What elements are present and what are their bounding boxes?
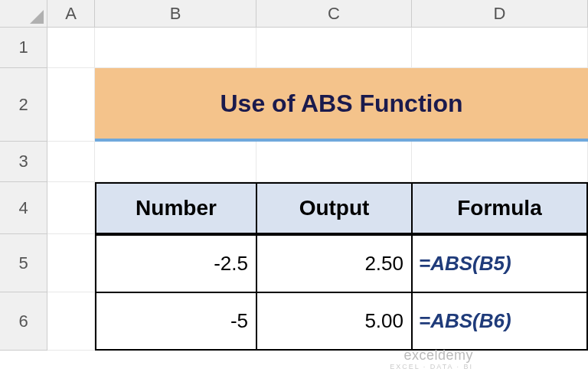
header-output[interactable]: Output: [256, 182, 412, 234]
header-formula[interactable]: Formula: [412, 182, 588, 234]
cell-a6[interactable]: [47, 292, 95, 351]
cell-c1[interactable]: [256, 28, 412, 68]
watermark-sub: EXCEL · DATA · BI: [390, 364, 473, 371]
watermark: exceldemy EXCEL · DATA · BI: [390, 348, 473, 371]
title-text: Use of ABS Function: [220, 90, 462, 118]
row-header-6[interactable]: 6: [0, 292, 47, 351]
cell-a5[interactable]: [47, 234, 95, 292]
cell-number-2[interactable]: -5: [95, 292, 256, 351]
cell-output-1[interactable]: 2.50: [256, 234, 412, 292]
col-header-d[interactable]: D: [412, 0, 588, 28]
cell-b3[interactable]: [95, 142, 256, 182]
cell-a4[interactable]: [47, 182, 95, 234]
row-header-1[interactable]: 1: [0, 28, 47, 68]
cell-a3[interactable]: [47, 142, 95, 182]
row-header-5[interactable]: 5: [0, 234, 47, 292]
header-number[interactable]: Number: [95, 182, 256, 234]
cell-formula-2[interactable]: =ABS(B6): [412, 292, 588, 351]
cell-d3[interactable]: [412, 142, 588, 182]
cell-output-2[interactable]: 5.00: [256, 292, 412, 351]
cell-number-1[interactable]: -2.5: [95, 234, 256, 292]
col-header-a[interactable]: A: [47, 0, 95, 28]
cell-c3[interactable]: [256, 142, 412, 182]
cell-d1[interactable]: [412, 28, 588, 68]
cell-b1[interactable]: [95, 28, 256, 68]
row-header-4[interactable]: 4: [0, 182, 47, 234]
row-header-3[interactable]: 3: [0, 142, 47, 182]
cell-a2[interactable]: [47, 68, 95, 142]
col-header-b[interactable]: B: [95, 0, 256, 28]
row-header-2[interactable]: 2: [0, 68, 47, 142]
spreadsheet-grid: A B C D 1 2 Use of ABS Function 3 4 Numb…: [0, 0, 588, 351]
cell-a1[interactable]: [47, 28, 95, 68]
watermark-main: exceldemy: [390, 348, 473, 364]
select-all-corner[interactable]: [0, 0, 47, 28]
cell-formula-1[interactable]: =ABS(B5): [412, 234, 588, 292]
title-merged-cell[interactable]: Use of ABS Function: [95, 68, 588, 142]
col-header-c[interactable]: C: [256, 0, 412, 28]
